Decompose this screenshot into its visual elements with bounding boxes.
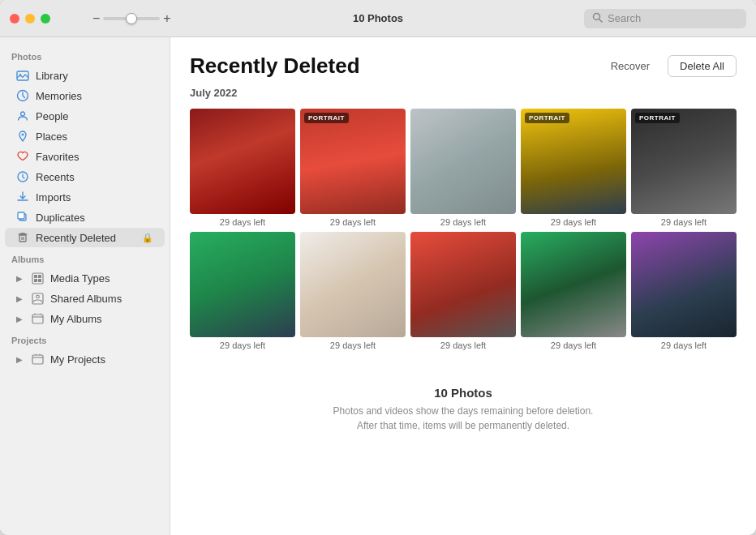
chevron-right-icon: ▶ — [16, 274, 23, 283]
my-albums-icon — [31, 312, 44, 325]
my-projects-label: My Projects — [50, 353, 105, 366]
minimize-button[interactable] — [25, 14, 35, 24]
recents-icon — [16, 170, 29, 183]
zoom-in-icon[interactable]: + — [163, 11, 170, 26]
sidebar-item-favorites[interactable]: Favorites — [5, 147, 165, 166]
duplicates-icon — [16, 211, 29, 224]
sidebar-item-recents[interactable]: Recents — [5, 167, 165, 186]
photo-item[interactable]: 29 days left — [190, 109, 295, 227]
sidebar-item-imports[interactable]: Imports — [5, 187, 165, 207]
photo-count: 10 Photos — [353, 12, 403, 24]
search-bar[interactable]: Search — [584, 9, 746, 28]
favorites-icon — [16, 150, 29, 163]
svg-rect-12 — [34, 275, 37, 278]
search-icon — [592, 12, 603, 25]
places-label: Places — [36, 131, 67, 143]
zoom-slider[interactable] — [103, 17, 160, 20]
svg-point-6 — [22, 134, 24, 136]
sidebar-item-duplicates[interactable]: Duplicates — [5, 208, 165, 227]
svg-point-0 — [594, 13, 600, 19]
recover-button[interactable]: Recover — [599, 55, 661, 77]
sidebar-item-recently-deleted[interactable]: Recently Deleted 🔒 — [5, 228, 165, 247]
memories-icon — [16, 89, 29, 102]
sidebar-item-library[interactable]: Library — [5, 66, 165, 85]
days-left: 29 days left — [551, 217, 596, 227]
svg-point-5 — [21, 112, 25, 116]
sidebar-item-shared-albums[interactable]: ▶ Shared Albums — [5, 289, 165, 308]
shared-albums-label: Shared Albums — [50, 293, 122, 305]
favorites-label: Favorites — [36, 151, 79, 163]
portrait-badge: PORTRAIT — [304, 113, 349, 123]
imports-label: Imports — [36, 191, 71, 203]
people-label: People — [36, 110, 68, 122]
my-projects-icon — [31, 353, 44, 366]
zoom-controls: − + — [92, 11, 171, 26]
projects-section-label: Projects — [0, 329, 170, 349]
photo-thumbnail — [631, 232, 737, 337]
sidebar-item-media-types[interactable]: ▶ Media Types — [5, 268, 165, 288]
sidebar-item-people[interactable]: People — [5, 106, 165, 126]
days-left: 29 days left — [551, 340, 596, 350]
days-left: 29 days left — [330, 340, 376, 350]
content-header: Recently Deleted Recover Delete All — [190, 54, 737, 79]
svg-rect-15 — [38, 279, 41, 282]
media-types-icon — [31, 272, 44, 285]
photo-item[interactable]: PORTRAIT 29 days left — [300, 109, 406, 227]
delete-all-button[interactable]: Delete All — [668, 55, 737, 77]
svg-line-1 — [599, 19, 602, 22]
svg-rect-9 — [18, 212, 24, 219]
photo-thumbnail — [521, 232, 626, 337]
chevron-right-icon-2: ▶ — [16, 294, 23, 303]
chevron-right-icon-3: ▶ — [16, 315, 23, 323]
svg-rect-11 — [32, 273, 43, 284]
date-section: July 2022 — [190, 87, 737, 99]
photo-item[interactable]: 29 days left — [521, 232, 626, 350]
shared-albums-icon — [31, 292, 44, 305]
photo-grid: 29 days left PORTRAIT 29 days left 29 da… — [190, 109, 737, 350]
footer-count: 10 Photos — [190, 386, 737, 400]
days-left: 29 days left — [661, 340, 707, 350]
page-title: Recently Deleted — [190, 54, 360, 79]
recently-deleted-icon — [16, 231, 29, 244]
traffic-lights — [10, 14, 50, 24]
photo-thumbnail — [410, 232, 516, 337]
sidebar-item-my-projects[interactable]: ▶ My Projects — [5, 349, 165, 369]
duplicates-label: Duplicates — [36, 212, 85, 224]
sidebar-item-memories[interactable]: Memories — [5, 86, 165, 105]
imports-icon — [16, 190, 29, 203]
albums-section-label: Albums — [0, 248, 170, 268]
content-area: Recently Deleted Recover Delete All July… — [170, 37, 756, 535]
photo-item[interactable]: 29 days left — [190, 232, 295, 350]
zoom-out-icon[interactable]: − — [92, 11, 100, 26]
days-left: 29 days left — [330, 217, 376, 227]
photo-item[interactable]: 29 days left — [410, 232, 516, 350]
svg-rect-18 — [32, 315, 43, 323]
memories-label: Memories — [36, 90, 82, 102]
main-layout: Photos Library M — [0, 37, 756, 535]
svg-rect-19 — [32, 355, 43, 364]
days-left: 29 days left — [220, 340, 265, 350]
photo-item[interactable]: 29 days left — [410, 109, 516, 227]
sidebar-item-places[interactable]: Places — [5, 126, 165, 146]
people-icon — [16, 109, 29, 122]
svg-rect-14 — [34, 279, 37, 282]
app-window: − + 10 Photos Search Photos — [0, 0, 756, 535]
photo-thumbnail: PORTRAIT — [300, 109, 406, 214]
library-icon — [16, 69, 29, 82]
photo-item[interactable]: PORTRAIT 29 days left — [631, 109, 737, 227]
recently-deleted-label: Recently Deleted — [36, 232, 116, 244]
close-button[interactable] — [10, 14, 19, 24]
sidebar-item-my-albums[interactable]: ▶ My Albums — [5, 309, 165, 328]
photo-item[interactable]: 29 days left — [300, 232, 406, 350]
photo-item[interactable]: 29 days left — [631, 232, 737, 350]
library-label: Library — [36, 70, 68, 82]
lock-icon: 🔒 — [142, 233, 153, 243]
footer-description: Photos and videos show the days remainin… — [190, 404, 737, 433]
photo-item[interactable]: PORTRAIT 29 days left — [521, 109, 626, 227]
zoom-thumb[interactable] — [126, 13, 137, 24]
search-input[interactable]: Search — [608, 12, 641, 24]
svg-rect-10 — [19, 235, 26, 242]
svg-rect-13 — [38, 275, 41, 278]
photos-section-label: Photos — [0, 45, 170, 65]
maximize-button[interactable] — [41, 14, 50, 24]
